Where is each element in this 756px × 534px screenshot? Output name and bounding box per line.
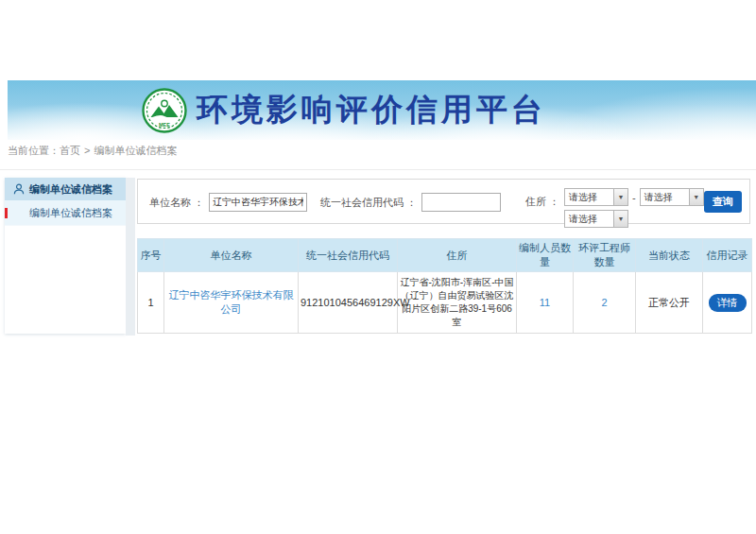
- col-header-staff: 编制人员数量: [517, 239, 574, 272]
- sidebar-item-label: 编制单位诚信档案: [29, 206, 112, 220]
- credit-code-input[interactable]: [421, 193, 501, 212]
- unit-name-group: 单位名称 ：: [149, 193, 307, 212]
- breadcrumb-separator: >: [84, 145, 90, 156]
- active-marker: [5, 208, 8, 218]
- col-header-status: 当前状态: [636, 239, 703, 272]
- col-header-engineer: 环评工程师数量: [574, 239, 636, 272]
- cell-status: 正常公开: [636, 272, 703, 334]
- table-row: 1 辽宁中咨华宇环保技术有限公司 9121010456469129XW 辽宁省-…: [138, 272, 752, 334]
- query-button[interactable]: 查询: [704, 191, 742, 213]
- col-header-code: 统一社会信用代码: [299, 239, 398, 272]
- address-group: 住所 ： 请选择 ▼ - 请选择 ▼ - 请选择: [525, 187, 714, 231]
- city-select[interactable]: 请选择 ▼: [640, 188, 704, 206]
- col-header-address: 住所: [398, 239, 517, 272]
- results-table: 序号 单位名称 统一社会信用代码 住所 编制人员数量 环评工程师数量 当前状态 …: [137, 238, 752, 334]
- page: MEE 环境影响评价信用平台 当前位置：首页>编制单位诚信档案 编制单位诚信档案…: [0, 0, 756, 534]
- cell-index: 1: [138, 272, 164, 334]
- unit-name-input[interactable]: [209, 193, 307, 212]
- breadcrumb: 当前位置：首页>编制单位诚信档案: [8, 144, 177, 158]
- address-label: 住所 ：: [525, 195, 559, 231]
- breadcrumb-current: 编制单位诚信档案: [94, 145, 177, 156]
- breadcrumb-label: 当前位置：: [8, 145, 60, 156]
- chevron-down-icon: ▼: [613, 211, 627, 227]
- cell-credit: 详情: [703, 272, 752, 334]
- chevron-down-icon: ▼: [689, 189, 703, 205]
- user-icon: [13, 183, 25, 195]
- search-panel: 单位名称 ： 统一社会信用代码 ： 住所 ： 请选择 ▼ - 请选择 ▼: [137, 179, 750, 224]
- sidebar: 编制单位诚信档案 编制单位诚信档案: [5, 178, 126, 334]
- credit-code-label: 统一社会信用代码 ：: [320, 196, 417, 210]
- site-banner: MEE 环境影响评价信用平台: [8, 80, 756, 140]
- credit-code-group: 统一社会信用代码 ：: [320, 193, 501, 212]
- table-header-row: 序号 单位名称 统一社会信用代码 住所 编制人员数量 环评工程师数量 当前状态 …: [138, 239, 752, 272]
- cell-code: 9121010456469129XW: [299, 272, 398, 334]
- address-selects: 请选择 ▼ - 请选择 ▼ - 请选择 ▼: [564, 187, 714, 231]
- sidebar-header: 编制单位诚信档案: [5, 178, 126, 200]
- sidebar-gap: [126, 178, 135, 336]
- col-header-index: 序号: [138, 239, 164, 272]
- mee-logo-icon: MEE: [142, 88, 187, 133]
- col-header-name: 单位名称: [164, 239, 299, 272]
- staff-count-link[interactable]: 11: [540, 297, 550, 308]
- unit-name-label: 单位名称 ：: [149, 196, 204, 210]
- sidebar-item-archive[interactable]: 编制单位诚信档案: [5, 200, 126, 226]
- svg-text:MEE: MEE: [159, 121, 170, 127]
- district-select[interactable]: 请选择 ▼: [564, 210, 628, 228]
- company-name-link[interactable]: 辽宁中咨华宇环保技术有限公司: [169, 289, 294, 315]
- cell-staff-count: 11: [517, 272, 574, 334]
- site-title: 环境影响评价信用平台: [197, 89, 546, 131]
- cell-name: 辽宁中咨华宇环保技术有限公司: [164, 272, 299, 334]
- dash-separator: -: [632, 192, 636, 203]
- detail-button[interactable]: 详情: [709, 294, 747, 312]
- col-header-credit: 信用记录: [703, 239, 752, 272]
- engineer-count-link[interactable]: 2: [601, 297, 607, 308]
- chevron-down-icon: ▼: [613, 189, 627, 205]
- sidebar-header-label: 编制单位诚信档案: [29, 182, 112, 197]
- province-select[interactable]: 请选择 ▼: [564, 188, 628, 206]
- header-divider: [0, 169, 756, 170]
- breadcrumb-home-link[interactable]: 首页: [60, 145, 80, 156]
- cell-engineer-count: 2: [574, 272, 636, 334]
- cell-address: 辽宁省-沈阳市-浑南区-中国（辽宁）自由贸易试验区沈阳片区创新二路39-1号60…: [398, 272, 517, 334]
